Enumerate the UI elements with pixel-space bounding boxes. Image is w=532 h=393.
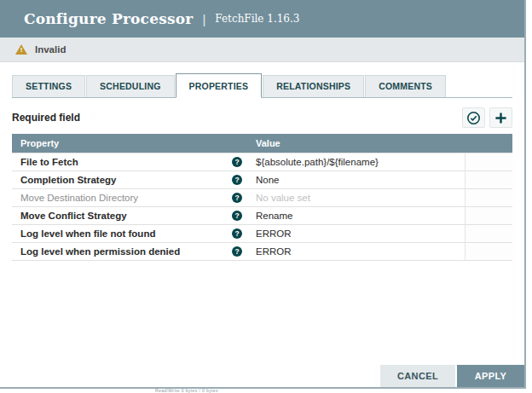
table-row: Log level when file not found ? ERROR [12, 224, 512, 242]
verify-properties-button[interactable] [462, 107, 485, 128]
dialog-footer: CANCEL APPLY [380, 365, 524, 387]
processor-name-version: FetchFile 1.16.3 [215, 13, 299, 25]
validation-status-label: Invalid [35, 44, 66, 55]
row-actions-cell [465, 243, 512, 260]
property-value[interactable]: Rename [247, 211, 465, 221]
required-field-label: Required field [12, 112, 80, 124]
add-property-button[interactable] [489, 107, 512, 128]
dialog-content: SETTINGS SCHEDULING PROPERTIES RELATIONS… [0, 73, 524, 261]
row-actions-cell [465, 189, 512, 206]
row-actions-cell [465, 225, 512, 242]
table-row: File to Fetch ? ${absolute.path}/${filen… [12, 153, 512, 170]
property-value[interactable]: ERROR [247, 228, 465, 239]
property-value[interactable]: None [247, 175, 465, 185]
table-row: Move Destination Directory ? No value se… [12, 188, 512, 206]
tab-scheduling[interactable]: SCHEDULING [86, 75, 174, 97]
properties-table: Property Value File to Fetch ? ${absolut… [12, 134, 512, 261]
warning-triangle-icon [15, 44, 27, 55]
screen: Read/Write 0 bytes / 0 bytes Configure P… [0, 0, 532, 393]
tab-settings[interactable]: SETTINGS [12, 75, 85, 97]
background-statusbar-fragment: Read/Write 0 bytes / 0 bytes [155, 389, 218, 393]
tab-bar: SETTINGS SCHEDULING PROPERTIES RELATIONS… [12, 73, 512, 98]
table-row: Move Conflict Strategy ? Rename [12, 206, 512, 224]
toolbar-icon-buttons [462, 107, 512, 128]
property-value[interactable]: ERROR [247, 246, 465, 257]
tab-comments[interactable]: COMMENTS [365, 75, 446, 97]
property-name: File to Fetch [12, 157, 227, 167]
column-header-property: Property [12, 138, 227, 148]
title-divider: | [202, 12, 205, 26]
validation-status-bar: Invalid [0, 38, 524, 62]
row-actions-cell [465, 153, 512, 170]
property-name: Log level when permission denied [12, 246, 227, 257]
dialog-title: Configure Processor [24, 10, 193, 27]
help-icon[interactable]: ? [232, 211, 242, 221]
apply-button[interactable]: APPLY [457, 365, 524, 387]
dialog-header: Configure Processor | FetchFile 1.16.3 [0, 0, 524, 38]
cancel-button[interactable]: CANCEL [380, 365, 455, 387]
properties-toolbar: Required field [12, 106, 512, 130]
property-name: Completion Strategy [12, 175, 227, 185]
row-actions-cell [465, 207, 512, 224]
background-page-sliver: Read/Write 0 bytes / 0 bytes [0, 389, 532, 393]
table-row: Completion Strategy ? None [12, 170, 512, 188]
property-value[interactable]: ${absolute.path}/${filename} [247, 157, 465, 167]
tab-relationships[interactable]: RELATIONSHIPS [263, 75, 364, 97]
help-icon[interactable]: ? [232, 175, 242, 185]
help-icon[interactable]: ? [232, 246, 242, 257]
configure-processor-dialog: Configure Processor | FetchFile 1.16.3 I… [0, 0, 526, 389]
help-icon[interactable]: ? [232, 228, 242, 239]
property-name: Move Conflict Strategy [12, 211, 227, 221]
row-actions-cell [465, 171, 512, 188]
table-row: Log level when permission denied ? ERROR [12, 242, 512, 260]
table-header: Property Value [12, 134, 512, 153]
tab-properties[interactable]: PROPERTIES [176, 73, 263, 98]
plus-icon [494, 112, 507, 124]
help-icon[interactable]: ? [232, 157, 242, 167]
property-value[interactable]: No value set [247, 193, 465, 203]
property-name: Log level when file not found [12, 228, 227, 239]
help-icon[interactable]: ? [232, 193, 242, 203]
column-header-value: Value [247, 138, 465, 148]
circle-check-icon [466, 111, 481, 125]
property-name: Move Destination Directory [12, 193, 227, 203]
